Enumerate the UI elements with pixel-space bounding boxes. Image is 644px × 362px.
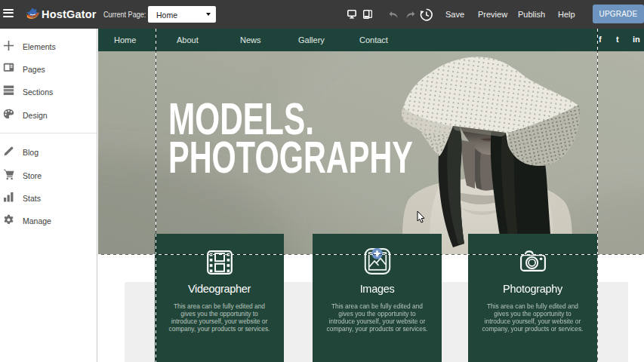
svg-text:PHOTOGRAPHY: PHOTOGRAPHY [168,133,413,183]
